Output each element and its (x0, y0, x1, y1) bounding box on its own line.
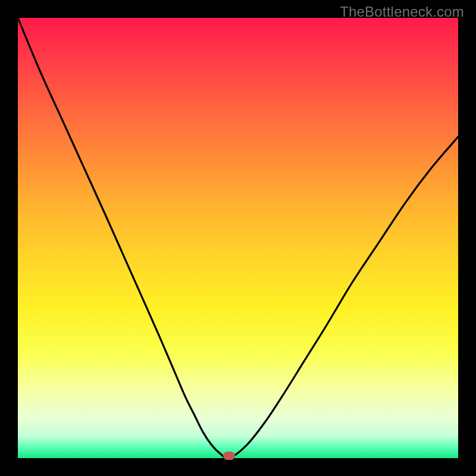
chart-plot-area (18, 18, 458, 458)
minimum-marker (223, 452, 235, 460)
bottleneck-curve (18, 18, 458, 458)
chart-frame: TheBottleneck.com (0, 0, 476, 476)
